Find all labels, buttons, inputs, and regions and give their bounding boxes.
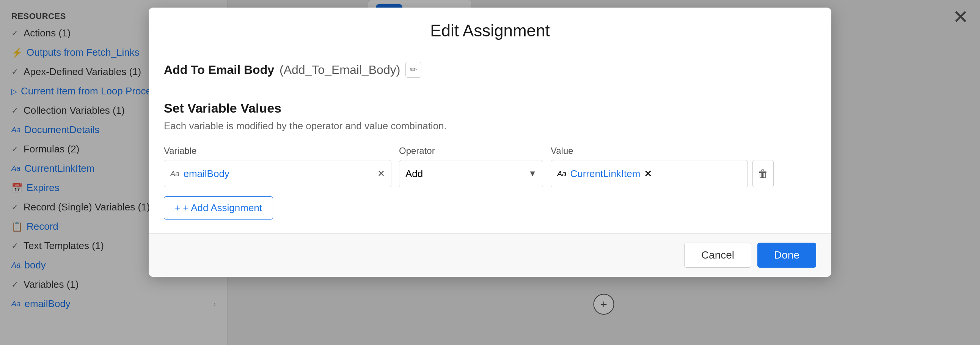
- add-assignment-label: + Add Assignment: [183, 202, 262, 214]
- modal-header: Edit Assignment: [149, 8, 831, 51]
- assignment-row: Aa emailBody ✕ Add ▼ Aa CurrentLinkItem …: [164, 160, 816, 187]
- value-type-icon: Aa: [557, 170, 566, 178]
- modal-footer: Cancel Done: [149, 233, 831, 277]
- variable-type-icon: Aa: [170, 170, 180, 178]
- value-field-wrapper: Aa CurrentLinkItem ✕ 🗑: [551, 160, 774, 187]
- value-column-label: Value: [551, 146, 771, 156]
- operator-field[interactable]: Add ▼: [399, 160, 543, 187]
- variable-field[interactable]: Aa emailBody ✕: [164, 160, 391, 187]
- done-button[interactable]: Done: [757, 243, 816, 268]
- dropdown-arrow-icon: ▼: [528, 169, 537, 178]
- pencil-icon: ✏: [410, 65, 417, 75]
- variable-value: emailBody: [183, 168, 229, 180]
- section-description: Each variable is modified by the operato…: [164, 120, 816, 132]
- modal-subheader: Add To Email Body (Add_To_Email_Body) ✏: [149, 51, 831, 87]
- remove-value-button[interactable]: ✕: [644, 168, 652, 180]
- assignment-api-name: (Add_To_Email_Body): [280, 63, 400, 77]
- add-assignment-button[interactable]: + + Add Assignment: [164, 196, 273, 219]
- trash-icon: 🗑: [758, 168, 768, 180]
- modal-body: Set Variable Values Each variable is mod…: [149, 87, 831, 233]
- modal-title: Edit Assignment: [164, 21, 816, 40]
- section-title: Set Variable Values: [164, 101, 816, 116]
- value-field[interactable]: Aa CurrentLinkItem ✕: [551, 160, 748, 187]
- edit-name-button[interactable]: ✏: [406, 62, 422, 78]
- plus-icon: +: [175, 202, 181, 214]
- operator-value: Add: [406, 168, 423, 180]
- assignment-name: Add To Email Body: [164, 63, 274, 77]
- variable-column-label: Variable: [164, 146, 391, 156]
- edit-assignment-modal: Edit Assignment Add To Email Body (Add_T…: [149, 8, 831, 277]
- modal-overlay: Edit Assignment Add To Email Body (Add_T…: [0, 0, 980, 345]
- remove-variable-button[interactable]: ✕: [377, 169, 385, 179]
- delete-row-button[interactable]: 🗑: [752, 160, 774, 187]
- operator-column-label: Operator: [399, 146, 543, 156]
- cancel-button[interactable]: Cancel: [684, 243, 751, 268]
- value-value: CurrentLinkItem: [570, 168, 640, 180]
